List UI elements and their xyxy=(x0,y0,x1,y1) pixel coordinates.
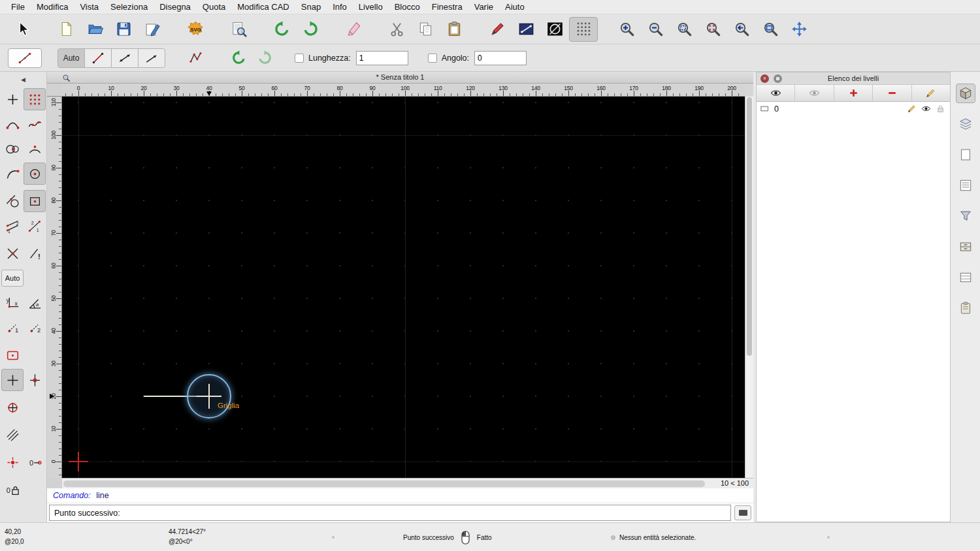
zoom-auto-button[interactable] xyxy=(670,17,698,42)
menu-vista[interactable]: Vista xyxy=(74,0,105,14)
vertical-scrollbar-thumb[interactable] xyxy=(747,97,752,356)
snap-entity-box-button[interactable] xyxy=(24,190,46,212)
polyline-close-button[interactable] xyxy=(182,48,208,69)
relative-zero-lock-button[interactable]: 0 xyxy=(1,479,24,501)
svg-export-button[interactable]: SVG xyxy=(181,17,210,42)
crosshair-plus-button[interactable] xyxy=(1,369,24,391)
line-angle-button[interactable] xyxy=(138,48,165,68)
line-mode-auto-button[interactable]: Auto xyxy=(57,48,85,68)
snap-endpoint-button[interactable] xyxy=(1,113,24,135)
snap-auto-button[interactable]: Auto xyxy=(1,270,24,287)
dock-pen-palette-button[interactable] xyxy=(956,237,975,257)
current-tool-button[interactable] xyxy=(8,48,42,68)
vertical-scrollbar[interactable] xyxy=(745,97,753,478)
undo-button[interactable] xyxy=(267,17,296,42)
menu-varie[interactable]: Varie xyxy=(468,0,499,14)
line-two-points-button[interactable] xyxy=(111,48,139,68)
snap-center-button[interactable] xyxy=(24,163,46,185)
menu-modifica[interactable]: Modifica xyxy=(31,0,74,14)
save-as-button[interactable] xyxy=(138,17,167,42)
menu-info[interactable]: Info xyxy=(327,0,353,14)
cut-button[interactable] xyxy=(382,17,411,42)
menu-livello[interactable]: Livello xyxy=(353,0,389,14)
redo-button[interactable] xyxy=(296,17,325,42)
snap-angle-points-button[interactable]: 21 xyxy=(1,215,24,237)
snap-tangent-circles-button[interactable] xyxy=(1,138,24,160)
line-attributes-button[interactable] xyxy=(512,17,540,42)
angle-input[interactable] xyxy=(474,51,527,65)
snap-free-button[interactable] xyxy=(1,88,24,110)
menu-snap[interactable]: Snap xyxy=(295,0,327,14)
show-all-layers-button[interactable] xyxy=(757,85,795,101)
redo-segment-button[interactable] xyxy=(252,48,278,69)
dock-command-history-button[interactable] xyxy=(956,176,975,195)
angle-checkbox[interactable] xyxy=(428,54,437,63)
paste-button[interactable] xyxy=(440,17,468,42)
grid-toggle-button[interactable] xyxy=(569,17,598,42)
modify-layer-button[interactable] xyxy=(912,85,950,101)
zoom-redraw-button[interactable] xyxy=(698,17,727,42)
menu-disegna[interactable]: Disegna xyxy=(154,0,197,14)
open-file-button[interactable] xyxy=(80,17,109,42)
dock-clipboard-button[interactable] xyxy=(956,298,975,318)
print-preview-button[interactable] xyxy=(224,17,253,42)
undo-segment-button[interactable] xyxy=(225,48,252,69)
menu-blocco[interactable]: Blocco xyxy=(389,0,426,14)
line-free-button[interactable] xyxy=(84,48,112,68)
add-layer-button[interactable] xyxy=(834,85,873,101)
dock-block-list-button[interactable] xyxy=(956,145,975,165)
snap-red-point-button[interactable] xyxy=(1,451,24,473)
layer-row[interactable]: 0 xyxy=(757,102,950,116)
dock-layer-list-button[interactable] xyxy=(956,114,975,134)
menu-quota[interactable]: Quota xyxy=(197,0,231,14)
length-checkbox[interactable] xyxy=(295,54,304,63)
relative-point-2-button[interactable]: 2 xyxy=(24,317,46,339)
menu-file[interactable]: File xyxy=(5,0,31,14)
restrict-intersection-button[interactable] xyxy=(1,242,24,264)
zoom-previous-button[interactable] xyxy=(727,17,756,42)
snap-arc-point-button[interactable] xyxy=(24,138,46,160)
length-input[interactable] xyxy=(356,51,408,65)
snap-circle-plus-button[interactable] xyxy=(1,396,24,418)
collapse-left-toolbar-button[interactable]: ◀ xyxy=(3,74,44,86)
menu-modifica-cad[interactable]: Modifica CAD xyxy=(231,0,295,14)
menu-aiuto[interactable]: Aiuto xyxy=(499,0,531,14)
drawing-canvas[interactable]: Griglia xyxy=(62,97,745,478)
zoom-pan-button[interactable] xyxy=(785,17,813,42)
document-titlebar[interactable]: * Senza titolo 1 xyxy=(47,72,753,84)
restrict-nothing-button[interactable]: ! xyxy=(24,242,46,264)
zoom-in-button[interactable] xyxy=(612,17,641,42)
close-panel-icon[interactable] xyxy=(760,74,769,83)
menu-seleziona[interactable]: Seleziona xyxy=(105,0,154,14)
command-history-toggle-button[interactable] xyxy=(734,505,751,520)
selection-pointer-button[interactable] xyxy=(8,17,37,42)
restrict-xy-button[interactable]: yx xyxy=(1,292,24,314)
snap-on-entity-button[interactable] xyxy=(24,113,46,135)
dock-entity-list-button[interactable] xyxy=(956,268,975,287)
new-document-button[interactable] xyxy=(52,17,80,42)
float-panel-icon[interactable] xyxy=(774,74,782,83)
crosshair-lines-button[interactable] xyxy=(24,369,46,391)
horizontal-scrollbar[interactable]: 10 < 100 xyxy=(62,478,753,488)
pen-attributes-button[interactable] xyxy=(483,17,512,42)
horizontal-scrollbar-thumb[interactable] xyxy=(63,480,705,487)
zoom-window-button[interactable] xyxy=(756,17,785,42)
relative-point-1-button[interactable]: 1 xyxy=(1,317,24,339)
copy-button[interactable] xyxy=(411,17,440,42)
save-button[interactable] xyxy=(109,17,138,42)
snap-angle-a-button[interactable]: a xyxy=(24,292,46,314)
selection-region-button[interactable] xyxy=(1,344,24,366)
snap-tangent-line-button[interactable] xyxy=(1,190,24,212)
dock-selection-filter-button[interactable] xyxy=(956,206,975,226)
hatch-lines-button[interactable] xyxy=(1,424,24,446)
menu-finestra[interactable]: Finestra xyxy=(426,0,468,14)
relative-zero-button[interactable]: 0 xyxy=(24,451,46,473)
delete-entity-button[interactable] xyxy=(339,17,368,42)
draft-mode-button[interactable] xyxy=(540,17,569,42)
command-input[interactable] xyxy=(125,505,730,520)
snap-distance-points-button[interactable]: 21 xyxy=(24,215,46,237)
snap-curve-end-button[interactable] xyxy=(1,163,24,185)
hide-all-layers-button[interactable] xyxy=(795,85,834,101)
zoom-out-button[interactable] xyxy=(641,17,670,42)
dock-library-browser-button[interactable] xyxy=(956,84,975,103)
